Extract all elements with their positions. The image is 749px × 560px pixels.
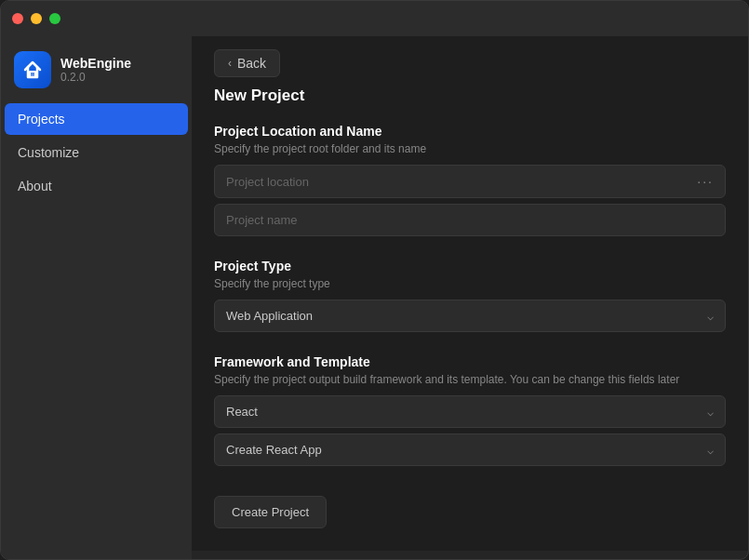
sidebar-item-projects[interactable]: Projects <box>5 103 188 135</box>
app-version: 0.2.0 <box>60 71 131 84</box>
section-location-desc: Specify the project root folder and its … <box>214 142 726 155</box>
create-project-button[interactable]: Create Project <box>214 496 327 528</box>
section-location: Project Location and Name Specify the pr… <box>214 124 726 236</box>
project-name-field[interactable] <box>214 204 726 236</box>
app-header: WebEngine 0.2.0 <box>1 36 192 103</box>
section-type-desc: Specify the project type <box>214 277 726 290</box>
project-type-chevron-icon: ⌵ <box>707 310 714 323</box>
project-name-input[interactable] <box>226 213 714 227</box>
sidebar-item-about[interactable]: About <box>5 170 188 202</box>
title-bar <box>1 1 748 36</box>
template-value: Create React App <box>226 443 322 457</box>
template-chevron-icon: ⌵ <box>707 444 714 457</box>
content-inner: New Project Project Location and Name Sp… <box>192 87 748 551</box>
framework-select[interactable]: React ⌵ <box>214 395 726 428</box>
project-location-input[interactable] <box>226 175 697 189</box>
section-location-title: Project Location and Name <box>214 124 726 139</box>
content-area: ‹ Back New Project Project Location and … <box>192 36 748 551</box>
framework-value: React <box>226 405 258 419</box>
traffic-lights <box>12 13 60 24</box>
minimize-button[interactable] <box>31 13 42 24</box>
app-info: WebEngine 0.2.0 <box>60 56 131 84</box>
project-location-field[interactable]: ··· <box>214 165 726 198</box>
project-type-value: Web Application <box>226 309 313 323</box>
nav-list: Projects Customize About <box>1 103 192 202</box>
project-type-select[interactable]: Web Application ⌵ <box>214 300 726 332</box>
section-type: Project Type Specify the project type We… <box>214 259 726 332</box>
dots-icon[interactable]: ··· <box>697 174 714 189</box>
app-icon <box>14 51 51 88</box>
sidebar: WebEngine 0.2.0 Projects Customize About <box>1 36 192 559</box>
framework-chevron-icon: ⌵ <box>707 406 714 419</box>
back-chevron-icon: ‹ <box>228 57 232 70</box>
section-framework-desc: Specify the project output build framewo… <box>214 373 726 386</box>
section-framework-title: Framework and Template <box>214 354 726 369</box>
back-bar: ‹ Back <box>192 36 748 87</box>
maximize-button[interactable] <box>49 13 60 24</box>
section-type-title: Project Type <box>214 259 726 273</box>
section-framework: Framework and Template Specify the proje… <box>214 354 726 466</box>
back-button[interactable]: ‹ Back <box>214 49 280 77</box>
template-select[interactable]: Create React App ⌵ <box>214 433 726 466</box>
sidebar-item-customize[interactable]: Customize <box>5 137 188 168</box>
close-button[interactable] <box>12 13 23 24</box>
page-title: New Project <box>214 87 726 105</box>
app-name: WebEngine <box>60 56 131 71</box>
